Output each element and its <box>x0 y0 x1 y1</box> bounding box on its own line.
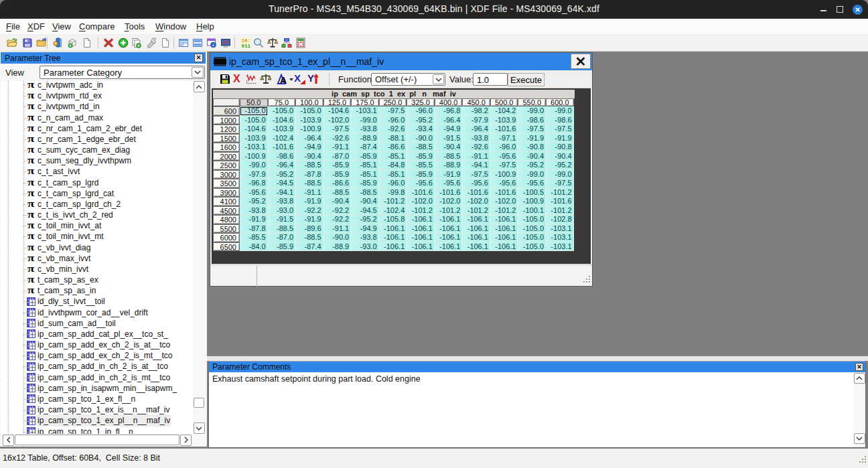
svg-text:A: A <box>280 75 287 85</box>
svg-text:011: 011 <box>242 44 251 49</box>
